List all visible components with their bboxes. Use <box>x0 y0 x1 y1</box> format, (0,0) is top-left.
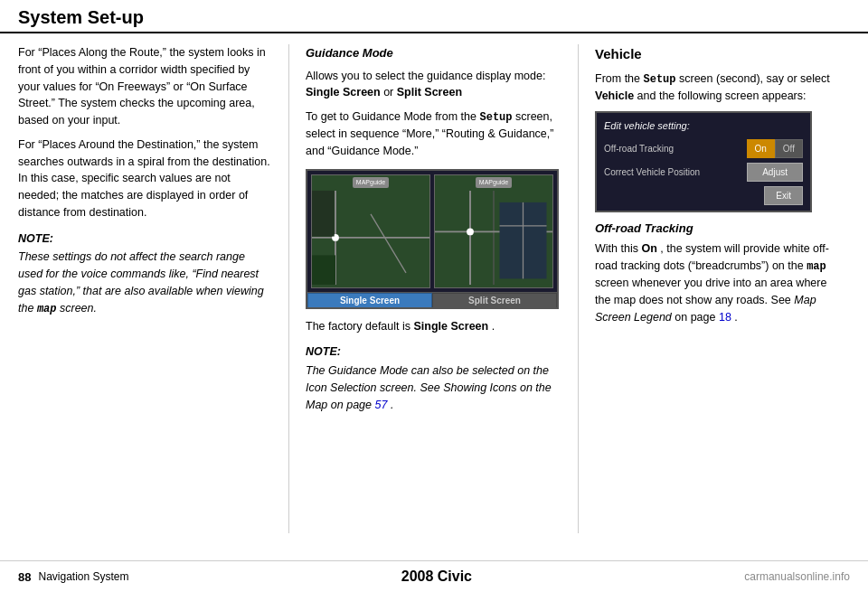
page-57-link[interactable]: 57 <box>374 399 387 411</box>
left-note-text: These settings do not affect the search … <box>18 249 272 316</box>
vehicle-settings-screen: Edit vehicle setting: Off-road Tracking … <box>595 111 812 212</box>
adjust-group: Adjust <box>747 163 803 182</box>
guidance-para2: To get to Guidance Mode from the Setup s… <box>306 108 561 160</box>
map-roads-2 <box>435 188 552 287</box>
vehicle-title: Vehicle <box>595 44 832 65</box>
offroad-para: With this On , the system will provide w… <box>595 240 832 325</box>
map-word-right: map <box>807 260 826 273</box>
footer-center-title: 2008 Civic <box>401 569 472 585</box>
vehicle-para1: From the Setup screen (second), say or s… <box>595 70 832 105</box>
footer: 88 Navigation System 2008 Civic carmanua… <box>0 560 868 592</box>
svg-rect-5 <box>312 255 335 285</box>
svg-rect-6 <box>312 191 335 237</box>
on-button[interactable]: On <box>747 139 775 158</box>
setup-word-mid: Setup <box>479 111 512 124</box>
middle-note-label: NOTE: <box>306 343 561 361</box>
nav-system-label: Navigation System <box>38 570 128 583</box>
middle-column: Guidance Mode Allows you to select the g… <box>289 44 579 533</box>
on-off-group: On Off <box>747 139 804 158</box>
split-screen-button[interactable]: Split Screen <box>432 293 557 308</box>
guidance-image-top: MAPguide M <box>307 171 557 292</box>
factory-default-text: The factory default is Single Screen . <box>306 318 561 335</box>
guidance-image-bottom[interactable]: Single Screen Split Screen <box>307 292 557 308</box>
vehicle-screen-title: Edit vehicle setting: <box>604 118 803 134</box>
footer-left: 88 Navigation System <box>18 570 129 584</box>
off-button[interactable]: Off <box>775 139 803 158</box>
left-note-label: NOTE: <box>18 230 272 248</box>
page-title-bar: System Set-up <box>0 0 868 33</box>
offroad-tracking-title: Off-road Tracking <box>595 220 832 238</box>
correct-position-row: Correct Vehicle Position Adjust <box>604 163 803 182</box>
map-roads-1 <box>312 188 429 287</box>
svg-point-11 <box>467 228 474 235</box>
guidance-mode-image: MAPguide M <box>306 169 559 309</box>
vehicle-bold: Vehicle <box>595 89 634 102</box>
guidance-para1: Allows you to select the guidance displa… <box>306 68 561 102</box>
split-screen-panel: MAPguide <box>434 174 553 288</box>
right-column: Vehicle From the Setup screen (second), … <box>579 44 832 533</box>
map-panel-label-1: MAPguide <box>353 177 389 189</box>
left-column: For “Places Along the Route,” the system… <box>18 44 289 533</box>
adjust-button[interactable]: Adjust <box>747 163 803 182</box>
map-panel-label-2: MAPguide <box>476 177 512 189</box>
page-title: System Set-up <box>18 7 850 28</box>
on-bold-label: On <box>641 242 656 255</box>
single-screen-panel: MAPguide <box>311 174 430 288</box>
exit-button[interactable]: Exit <box>764 186 803 205</box>
vehicle-screen-exit: Exit <box>604 186 803 205</box>
guidance-mode-title: Guidance Mode <box>306 44 561 62</box>
single-screen-button[interactable]: Single Screen <box>307 293 432 308</box>
page-18-link[interactable]: 18 <box>719 311 731 324</box>
setup-word-right: Setup <box>644 73 676 86</box>
page-number: 88 <box>18 570 31 584</box>
left-map-word: map <box>37 303 57 315</box>
offroad-tracking-row: Off-road Tracking On Off <box>604 139 803 158</box>
split-screen-label: Split Screen <box>397 86 462 99</box>
correct-position-label: Correct Vehicle Position <box>604 165 743 179</box>
offroad-tracking-label: Off-road Tracking <box>604 142 743 155</box>
factory-default-value: Single Screen <box>414 320 489 333</box>
main-content: For “Places Along the Route,” the system… <box>0 33 868 544</box>
left-para1: For “Places Along the Route,” the system… <box>18 44 272 129</box>
left-para2: For “Places Around the Destination,” the… <box>18 136 272 221</box>
footer-right-site: carmanualsonline.info <box>744 570 850 583</box>
middle-note-text: The Guidance Mode can also be selected o… <box>306 362 561 413</box>
single-screen-label: Single Screen <box>306 86 381 99</box>
